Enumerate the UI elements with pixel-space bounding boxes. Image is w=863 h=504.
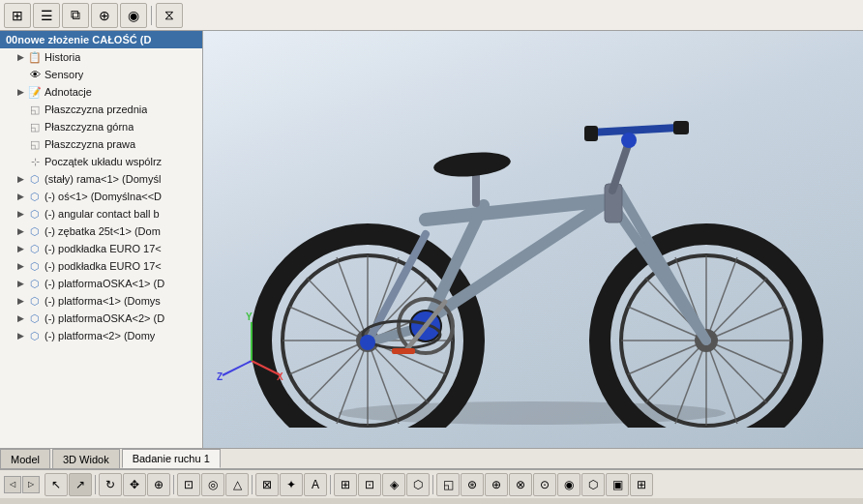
sep-1 (95, 475, 96, 494)
panel-header: 00nowe złożenie CAŁOŚĆ (D (0, 31, 202, 48)
svg-text:Y: Y (246, 312, 253, 322)
icon-plaszczyzna-przednia: ◱ (27, 102, 43, 117)
label-angular: (-) angular contact ball b (45, 208, 160, 220)
tree-item-angular[interactable]: ▶ ⬡ (-) angular contact ball b (0, 205, 202, 222)
toolbar-btn-filter[interactable]: ⧖ (156, 3, 183, 28)
btn-cursor[interactable]: ↗ (69, 473, 92, 496)
tree-item-sensory[interactable]: 👁 Sensory (0, 66, 202, 83)
toolbar-btn-crosshair[interactable]: ⊕ (91, 3, 118, 28)
label-os: (-) oś<1> (Domyślna<<D (45, 191, 162, 202)
svg-text:Z: Z (217, 371, 223, 382)
expand-rama[interactable]: ▶ (14, 172, 27, 186)
nav-left[interactable]: ◁ (4, 476, 21, 493)
btn-pan[interactable]: ✥ (123, 473, 146, 496)
label-rama: (stały) rama<1> (Domyśl (45, 173, 161, 185)
toolbar-btn-color[interactable]: ◉ (120, 3, 147, 28)
sep-3 (252, 475, 253, 494)
expand-platforma2[interactable]: ▶ (14, 329, 27, 342)
label-platforma1: (-) platforma<1> (Domys (45, 295, 161, 307)
btn-view9[interactable]: ⊞ (630, 473, 653, 496)
expand-podkladka1[interactable]: ▶ (14, 242, 27, 255)
btn-text[interactable]: A (304, 473, 327, 496)
tab-model-label: Model (11, 454, 40, 465)
tree-item-plaszczyzna-przednia[interactable]: ◱ Płaszczyzna przednia (0, 101, 202, 118)
tree-item-platforma2[interactable]: ▶ ⬡ (-) platforma<2> (Domy (0, 327, 202, 344)
btn-zoom[interactable]: ⊕ (147, 473, 170, 496)
tree-item-platforma1[interactable]: ▶ ⬡ (-) platforma<1> (Domys (0, 292, 202, 310)
tab-model[interactable]: Model (0, 449, 50, 468)
btn-view5[interactable]: ⊙ (533, 473, 556, 496)
tree-item-adnotacje[interactable]: ▶ 📝 Adnotacje (0, 83, 202, 101)
toolbar-btn-list[interactable]: ☰ (33, 3, 60, 28)
label-platforma-oska2: (-) platformaOSKA<2> (D (45, 312, 164, 324)
btn-select[interactable]: ↖ (45, 473, 68, 496)
btn-note[interactable]: ✦ (280, 473, 303, 496)
icon-rama: ⬡ (27, 171, 43, 187)
label-plaszczyzna-gorna: Płaszczyzna górna (45, 121, 134, 133)
btn-section[interactable]: ⊞ (334, 473, 357, 496)
btn-view7[interactable]: ⬡ (581, 473, 605, 496)
tree-item-platforma-oska2[interactable]: ▶ ⬡ (-) platformaOSKA<2> (D (0, 310, 202, 327)
svg-line-45 (223, 361, 252, 375)
btn-shaded[interactable]: ◈ (382, 473, 405, 496)
tree-item-os[interactable]: ▶ ⬡ (-) oś<1> (Domyślna<<D (0, 188, 202, 205)
btn-sketch[interactable]: ⊠ (255, 473, 279, 496)
expand-plaszczyzna-przednia (14, 103, 27, 116)
tree-item-poczatek[interactable]: ⊹ Początek układu wspólrz (0, 153, 202, 170)
tree-item-podkladka1[interactable]: ▶ ⬡ (-) podkładka EURO 17< (0, 240, 202, 257)
btn-view6[interactable]: ◉ (557, 473, 580, 496)
btn-view8[interactable]: ▣ (606, 473, 629, 496)
icon-sensory: 👁 (27, 67, 43, 82)
tree-item-zebatka[interactable]: ▶ ⬡ (-) zębatka 25t<1> (Dom (0, 222, 202, 240)
tab-badanie-ruchu-label: Badanie ruchu 1 (133, 453, 210, 464)
expand-historia[interactable]: ▶ (14, 50, 27, 64)
svg-point-44 (360, 335, 375, 350)
icon-platforma-oska2: ⬡ (27, 311, 43, 326)
icon-plaszczyzna-prawa: ◱ (27, 136, 43, 152)
tree-item-plaszczyzna-gorna[interactable]: ◱ Płaszczyzna górna (0, 118, 202, 135)
btn-view4[interactable]: ⊗ (509, 473, 532, 496)
nav-right[interactable]: ▷ (22, 476, 40, 493)
label-historia: Historia (45, 51, 80, 63)
sep-2 (173, 475, 174, 494)
left-panel: 00nowe złożenie CAŁOŚĆ (D ▶ 📋 Historia 👁… (0, 31, 203, 448)
label-platforma2: (-) platforma<2> (Domy (45, 330, 155, 341)
expand-os[interactable]: ▶ (14, 190, 27, 203)
svg-line-32 (590, 128, 677, 133)
btn-view2[interactable]: ⊛ (461, 473, 484, 496)
btn-view1[interactable]: ◱ (436, 473, 460, 496)
expand-podkladka2[interactable]: ▶ (14, 259, 27, 273)
expand-angular[interactable]: ▶ (14, 207, 27, 221)
btn-measure2[interactable]: ◎ (201, 473, 224, 496)
btn-view3[interactable]: ⊕ (485, 473, 508, 496)
btn-solid[interactable]: ⬡ (406, 473, 430, 496)
viewport-3d[interactable]: Z X Y (203, 31, 863, 448)
tree-item-plaszczyzna-prawa[interactable]: ◱ Płaszczyzna prawa (0, 135, 202, 153)
expand-platforma-oska2[interactable]: ▶ (14, 311, 27, 325)
expand-platforma1[interactable]: ▶ (14, 294, 27, 308)
tree-item-podkladka2[interactable]: ▶ ⬡ (-) podkładka EURO 17< (0, 257, 202, 275)
expand-zebatka[interactable]: ▶ (14, 224, 27, 238)
tree-item-historia[interactable]: ▶ 📋 Historia (0, 48, 202, 66)
toolbar-btn-copy[interactable]: ⧉ (62, 3, 89, 28)
btn-angle[interactable]: △ (225, 473, 249, 496)
expand-sensory (14, 68, 27, 81)
separator-1 (151, 6, 152, 25)
icon-os: ⬡ (27, 189, 43, 204)
tab-badanie-ruchu[interactable]: Badanie ruchu 1 (122, 449, 221, 468)
toolbar-btn-grid[interactable]: ⊞ (4, 3, 31, 28)
icon-zebatka: ⬡ (27, 223, 43, 239)
svg-rect-33 (584, 126, 598, 141)
icon-historia: 📋 (27, 49, 43, 65)
btn-measure1[interactable]: ⊡ (177, 473, 200, 496)
svg-point-37 (432, 150, 512, 180)
tree-item-platforma-oska1[interactable]: ▶ ⬡ (-) platformaOSKA<1> (D (0, 275, 202, 292)
expand-adnotacje[interactable]: ▶ (14, 85, 27, 99)
btn-rotate[interactable]: ↻ (99, 473, 122, 496)
expand-platforma-oska1[interactable]: ▶ (14, 277, 27, 290)
icon-poczatek: ⊹ (27, 154, 43, 169)
btn-wireframe[interactable]: ⊡ (358, 473, 381, 496)
tab-3d-view[interactable]: 3D Widok (52, 449, 120, 468)
icon-angular: ⬡ (27, 206, 43, 222)
tree-item-rama[interactable]: ▶ ⬡ (stały) rama<1> (Domyśl (0, 170, 202, 188)
